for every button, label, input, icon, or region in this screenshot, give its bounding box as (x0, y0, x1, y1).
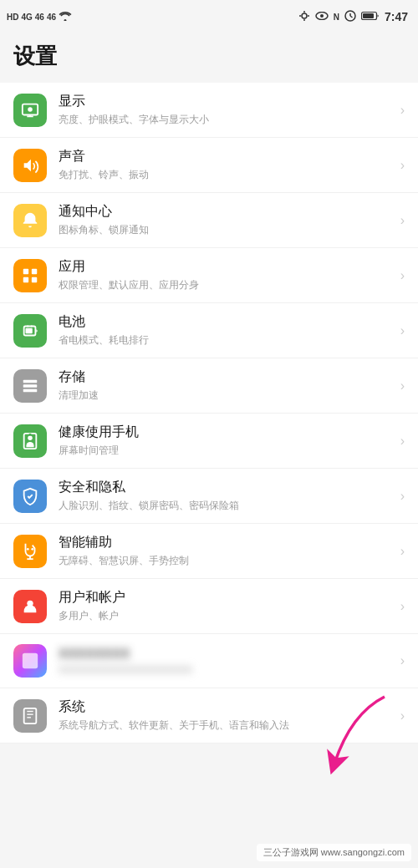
settings-item-system[interactable]: 系统系统导航方式、软件更新、关于手机、语言和输入法› (0, 688, 418, 744)
chevron-icon-user: › (400, 599, 405, 614)
svg-rect-22 (26, 327, 33, 332)
status-right: N 7:47 (298, 10, 408, 24)
svg-line-9 (350, 16, 353, 18)
settings-item-security[interactable]: 安全和隐私人脸识别、指纹、锁屏密码、密码保险箱› (0, 469, 418, 524)
svg-point-0 (302, 13, 307, 18)
chevron-icon-apps: › (400, 268, 405, 283)
svg-marker-16 (24, 159, 31, 171)
page-title-section: 设置 (0, 33, 418, 83)
settings-subtitle-sound: 免打扰、铃声、振动 (59, 168, 400, 182)
settings-title-security: 安全和隐私 (59, 479, 400, 496)
chevron-icon-sound: › (400, 158, 405, 173)
settings-title-system: 系统 (59, 698, 400, 716)
svg-rect-18 (32, 268, 37, 273)
settings-icon-blurred (13, 644, 47, 678)
settings-item-assist[interactable]: 智能辅助无障碍、智慧识屏、手势控制› (0, 524, 418, 579)
settings-item-battery[interactable]: 电池省电模式、耗电排行› (0, 303, 418, 358)
settings-title-apps: 应用 (59, 258, 400, 276)
settings-text-display: 显示亮度、护眼模式、字体与显示大小 (59, 93, 400, 127)
status-hd: HD (7, 13, 18, 22)
chevron-icon-assist: › (400, 544, 405, 559)
settings-subtitle-storage: 清理加速 (59, 388, 400, 403)
settings-icon-notification (13, 204, 47, 237)
chevron-icon-battery: › (400, 323, 405, 338)
settings-text-notification: 通知中心图标角标、锁屏通知 (59, 203, 400, 237)
settings-item-display[interactable]: 显示亮度、护眼模式、字体与显示大小› (0, 83, 418, 138)
settings-title-battery: 电池 (59, 313, 400, 331)
status-wifi-icon (59, 11, 72, 23)
settings-icon-display (13, 94, 47, 127)
status-signal1: 46 (35, 13, 44, 22)
settings-icon-battery (13, 314, 47, 348)
settings-title-assist: 智能辅助 (59, 534, 400, 551)
time-display: 7:47 (385, 10, 408, 23)
svg-rect-20 (32, 277, 37, 282)
page-title: 设置 (13, 42, 405, 71)
chevron-icon-notification: › (400, 213, 405, 228)
svg-rect-17 (23, 268, 28, 273)
chevron-icon-health: › (400, 434, 405, 449)
settings-icon-sound (13, 149, 47, 182)
svg-rect-25 (23, 379, 38, 383)
settings-subtitle-health: 屏幕时间管理 (59, 444, 400, 458)
settings-text-apps: 应用权限管理、默认应用、应用分身 (59, 258, 400, 292)
settings-icon-assist (13, 535, 47, 568)
svg-point-6 (320, 14, 324, 18)
svg-point-15 (28, 107, 33, 111)
settings-list: 显示亮度、护眼模式、字体与显示大小› 声音免打扰、铃声、振动› 通知中心图标角标… (0, 83, 418, 744)
svg-point-29 (28, 435, 33, 440)
settings-subtitle-apps: 权限管理、默认应用、应用分身 (59, 278, 400, 292)
settings-title-sound: 声音 (59, 148, 400, 165)
settings-text-system: 系统系统导航方式、软件更新、关于手机、语言和输入法 (59, 698, 400, 733)
settings-subtitle-user: 多用户、帐户 (59, 609, 400, 623)
settings-text-security: 安全和隐私人脸识别、指纹、锁屏密码、密码保险箱 (59, 479, 400, 513)
svg-point-32 (31, 547, 33, 550)
settings-icon-security (13, 480, 47, 513)
settings-subtitle-notification: 图标角标、锁屏通知 (59, 223, 400, 237)
settings-icon-apps (13, 259, 47, 292)
settings-icon-user (13, 590, 47, 623)
status-bar: HD 4G 46 46 N (0, 0, 418, 33)
settings-item-apps[interactable]: 应用权限管理、默认应用、应用分身› (0, 248, 418, 303)
settings-title-health: 健康使用手机 (59, 424, 400, 441)
settings-icon-system (13, 699, 47, 733)
settings-item-notification[interactable]: 通知中心图标角标、锁屏通知› (0, 193, 418, 248)
svg-rect-27 (23, 388, 38, 392)
settings-text-sound: 声音免打扰、铃声、振动 (59, 148, 400, 182)
notification-icon (298, 10, 310, 24)
svg-rect-11 (363, 13, 374, 18)
settings-title-notification: 通知中心 (59, 203, 400, 221)
settings-text-health: 健康使用手机屏幕时间管理 (59, 424, 400, 458)
svg-rect-36 (23, 653, 38, 668)
settings-subtitle-blurred: XXXXXXXXXXXXXXXXXXXX (59, 664, 400, 676)
settings-item-storage[interactable]: 存储清理加速› (0, 358, 418, 414)
chevron-icon-blurred: › (400, 653, 405, 668)
chevron-icon-storage: › (400, 378, 405, 393)
status-signal2: 46 (47, 13, 56, 22)
settings-subtitle-system: 系统导航方式、软件更新、关于手机、语言和输入法 (59, 718, 400, 733)
settings-title-user: 用户和帐户 (59, 589, 400, 607)
settings-subtitle-battery: 省电模式、耗电排行 (59, 333, 400, 348)
settings-item-health[interactable]: 健康使用手机屏幕时间管理› (0, 414, 418, 469)
settings-item-user[interactable]: 用户和帐户多用户、帐户› (0, 579, 418, 634)
settings-item-sound[interactable]: 声音免打扰、铃声、振动› (0, 138, 418, 193)
status-4g1: 4G (21, 13, 32, 22)
svg-rect-26 (23, 384, 38, 388)
clock-icon (344, 10, 356, 24)
settings-icon-storage (13, 369, 47, 403)
svg-rect-19 (23, 277, 28, 282)
settings-subtitle-display: 亮度、护眼模式、字体与显示大小 (59, 113, 400, 127)
chevron-icon-display: › (400, 103, 405, 118)
chevron-icon-system: › (400, 708, 405, 723)
settings-text-assist: 智能辅助无障碍、智慧识屏、手势控制 (59, 534, 400, 568)
status-left: HD 4G 46 46 (7, 11, 72, 23)
nfc-icon: N (334, 13, 339, 22)
settings-text-battery: 电池省电模式、耗电排行 (59, 313, 400, 348)
svg-point-31 (27, 547, 29, 550)
settings-item-blurred[interactable]: XXXXXXXXXXXXXXXXXXXXXXXXXXXX› (0, 634, 418, 688)
settings-icon-health (13, 424, 47, 458)
settings-title-display: 显示 (59, 93, 400, 110)
settings-subtitle-security: 人脸识别、指纹、锁屏密码、密码保险箱 (59, 499, 400, 513)
settings-title-storage: 存储 (59, 368, 400, 386)
settings-text-storage: 存储清理加速 (59, 368, 400, 403)
